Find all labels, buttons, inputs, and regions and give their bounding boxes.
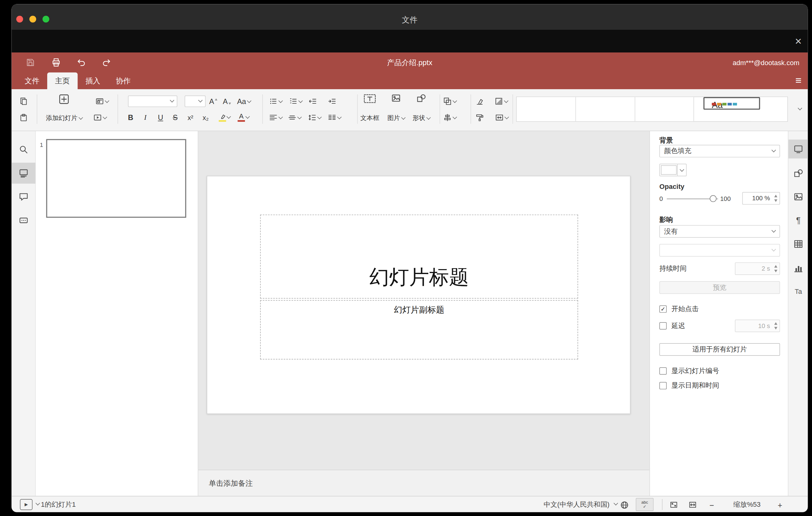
opacity-slider-handle[interactable] — [709, 195, 716, 202]
eraser-icon — [475, 97, 484, 106]
bold-button[interactable]: B — [124, 111, 137, 124]
fill-type-select[interactable]: 颜色填充 — [659, 145, 780, 157]
zoom-in-button[interactable]: + — [773, 498, 787, 512]
opacity-spinner[interactable]: 100 % — [742, 192, 780, 205]
font-color-bar — [237, 120, 245, 122]
duration-spinner[interactable]: 2 s — [735, 262, 780, 275]
table-settings-button[interactable] — [788, 234, 808, 253]
tab-insert[interactable]: 插入 — [78, 73, 108, 89]
fill-color-dropdown[interactable] — [677, 164, 686, 176]
slide-size-button[interactable] — [492, 111, 511, 124]
subscript-button[interactable]: x₂ — [198, 111, 213, 124]
arrange-shape-button[interactable] — [440, 94, 459, 108]
decrease-font-button[interactable]: A — [220, 94, 234, 108]
show-slide-number-checkbox[interactable] — [659, 367, 667, 375]
apply-to-all-slides-button[interactable]: 适用于所有幻灯片 — [659, 343, 780, 356]
bullet-list-button[interactable] — [267, 94, 284, 108]
increase-indent-button[interactable] — [325, 94, 339, 108]
horizontal-align-button[interactable] — [267, 111, 284, 124]
show-date-time-row[interactable]: 显示日期和时间 — [659, 381, 780, 391]
paste-button[interactable] — [17, 111, 30, 124]
show-date-time-checkbox[interactable] — [659, 382, 667, 390]
chat-feedback-button[interactable] — [11, 210, 35, 231]
line-spacing-button[interactable] — [306, 111, 322, 124]
copy-style-button[interactable] — [473, 111, 486, 124]
tab-home[interactable]: 主页 — [47, 73, 78, 89]
font-name-combobox[interactable] — [128, 95, 177, 107]
delay-checkbox[interactable] — [659, 322, 667, 329]
effect-variant-select[interactable] — [659, 244, 780, 257]
slide-layout-button[interactable] — [93, 94, 110, 108]
copy-button[interactable] — [17, 94, 30, 108]
image-settings-button[interactable] — [788, 187, 808, 206]
close-icon[interactable]: × — [790, 34, 806, 49]
shape-settings-button[interactable] — [788, 164, 808, 182]
insert-textbox-button[interactable]: 文本框 — [354, 91, 386, 125]
insert-columns-button[interactable] — [326, 111, 343, 124]
effect-label: 影响 — [659, 215, 673, 225]
search-icon — [19, 145, 28, 154]
tab-collaboration[interactable]: 协作 — [108, 73, 139, 89]
effect-select[interactable]: 没有 — [659, 225, 780, 238]
start-slideshow-button[interactable] — [90, 111, 109, 124]
comments-button[interactable] — [11, 187, 35, 207]
font-color-button[interactable]: A — [233, 111, 250, 124]
chevron-down-icon[interactable] — [35, 501, 40, 505]
zoom-out-button[interactable]: − — [705, 498, 719, 512]
change-case-button[interactable]: Aa — [235, 94, 253, 108]
check-icon: ✓ — [643, 505, 646, 509]
paragraph-settings-button[interactable]: ¶ — [788, 211, 808, 230]
start-slideshow-statusbar-button[interactable]: ▶ — [20, 499, 33, 510]
document-language-button[interactable] — [619, 500, 629, 510]
theme-option-blank-1[interactable] — [517, 97, 576, 121]
slide[interactable]: 幻灯片标题 幻灯片副标题 — [207, 176, 631, 414]
start-on-click-row[interactable]: ✓ 开始点击 — [659, 304, 780, 314]
highlight-color-button[interactable] — [214, 111, 231, 124]
numbered-list-button[interactable] — [287, 94, 303, 108]
toolbar-divider — [37, 94, 37, 124]
tab-file[interactable]: 文件 — [17, 73, 47, 89]
copy-style-icon — [475, 113, 484, 122]
color-scheme-button[interactable] — [491, 94, 510, 108]
delay-spinner[interactable]: 10 s — [735, 319, 780, 332]
add-slide-button[interactable]: 添加幻灯片 — [41, 91, 87, 125]
slide-settings-button[interactable] — [788, 140, 808, 158]
insert-shape-button[interactable]: 形状 — [407, 91, 436, 125]
start-on-click-checkbox[interactable]: ✓ — [659, 306, 667, 313]
superscript-button[interactable]: x² — [183, 111, 198, 124]
chart-settings-button[interactable] — [788, 259, 808, 278]
hamburger-menu-icon[interactable]: ≡ — [795, 74, 802, 87]
clear-style-button[interactable] — [473, 94, 486, 108]
strikethrough-button[interactable]: S — [169, 111, 182, 124]
underline-button[interactable]: U — [154, 111, 167, 124]
subtitle-placeholder[interactable]: 幻灯片副标题 — [260, 300, 578, 360]
spinner-arrows[interactable] — [774, 265, 778, 273]
fit-to-width-button[interactable] — [687, 500, 698, 510]
decrease-indent-button[interactable] — [306, 94, 319, 108]
align-shape-button[interactable] — [440, 111, 459, 124]
spinner-arrows[interactable] — [774, 195, 778, 202]
slide-thumbnail-1[interactable] — [46, 139, 186, 218]
textbox-label: 文本框 — [360, 114, 379, 123]
preview-button[interactable]: 预览 — [659, 281, 780, 294]
textart-settings-button[interactable]: Ta — [788, 282, 808, 300]
notes-area[interactable]: 单击添加备注 — [198, 470, 649, 496]
fill-color-picker[interactable] — [659, 164, 687, 176]
theme-option-blank-3[interactable] — [635, 97, 694, 121]
vertical-align-button[interactable] — [286, 111, 303, 124]
fit-to-slide-button[interactable] — [668, 500, 679, 510]
spellcheck-button[interactable]: abc ✓ — [636, 498, 654, 511]
language-selector[interactable]: 中文(中华人民共和国) — [531, 496, 610, 512]
theme-option-blank-2[interactable] — [576, 97, 635, 121]
spinner-arrows[interactable] — [774, 322, 778, 329]
gallery-expand-button[interactable] — [792, 102, 806, 115]
show-slide-number-row[interactable]: 显示幻灯片编号 — [659, 366, 780, 376]
theme-option-selected[interactable]: Aa — [703, 97, 760, 110]
title-placeholder[interactable]: 幻灯片标题 — [260, 214, 578, 298]
search-button[interactable] — [11, 139, 35, 160]
slides-panel-button[interactable] — [11, 163, 35, 183]
increase-font-button[interactable]: A — [207, 94, 220, 108]
italic-button[interactable]: I — [139, 111, 152, 124]
chevron-down-icon — [772, 247, 776, 251]
font-size-combobox[interactable] — [184, 95, 205, 107]
